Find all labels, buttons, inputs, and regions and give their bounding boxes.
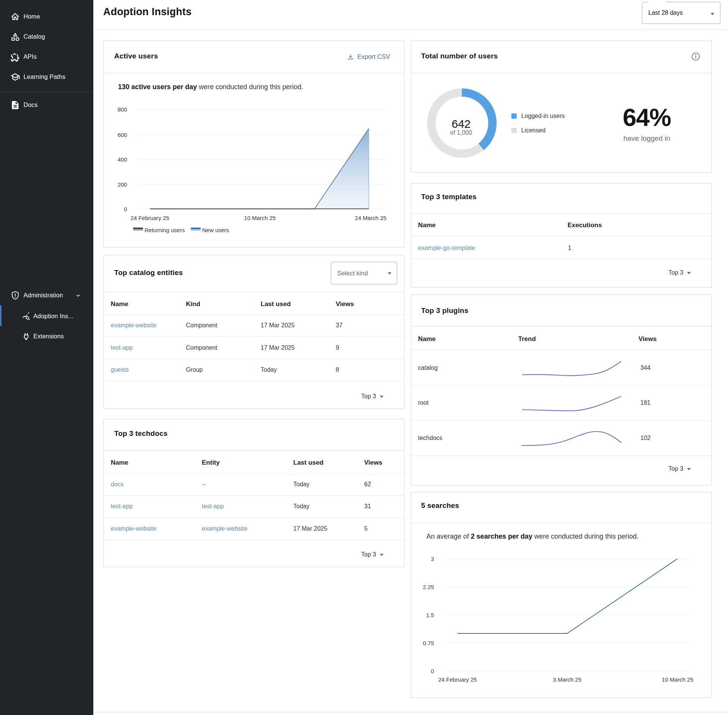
svg-text:642: 642 bbox=[451, 118, 470, 130]
svg-text:0: 0 bbox=[124, 206, 127, 212]
svg-text:of 1,000: of 1,000 bbox=[450, 129, 472, 136]
svg-text:800: 800 bbox=[118, 106, 127, 113]
svg-text:2.25: 2.25 bbox=[423, 584, 434, 590]
svg-text:New users: New users bbox=[202, 227, 229, 233]
svg-text:0: 0 bbox=[431, 668, 434, 674]
svg-text:24 February 25: 24 February 25 bbox=[438, 676, 477, 683]
svg-text:10 March 25: 10 March 25 bbox=[662, 676, 693, 683]
svg-text:24 February 25: 24 February 25 bbox=[131, 215, 169, 221]
svg-text:1.5: 1.5 bbox=[426, 612, 434, 618]
svg-text:200: 200 bbox=[118, 181, 127, 188]
svg-text:3 March 25: 3 March 25 bbox=[553, 676, 581, 683]
svg-text:3: 3 bbox=[431, 556, 434, 562]
svg-text:24 March 25: 24 March 25 bbox=[355, 215, 386, 221]
svg-text:600: 600 bbox=[118, 132, 127, 138]
svg-text:Returning users: Returning users bbox=[145, 227, 185, 233]
svg-text:0.75: 0.75 bbox=[423, 640, 434, 646]
svg-text:400: 400 bbox=[118, 156, 127, 163]
svg-text:10 March 25: 10 March 25 bbox=[244, 215, 275, 221]
